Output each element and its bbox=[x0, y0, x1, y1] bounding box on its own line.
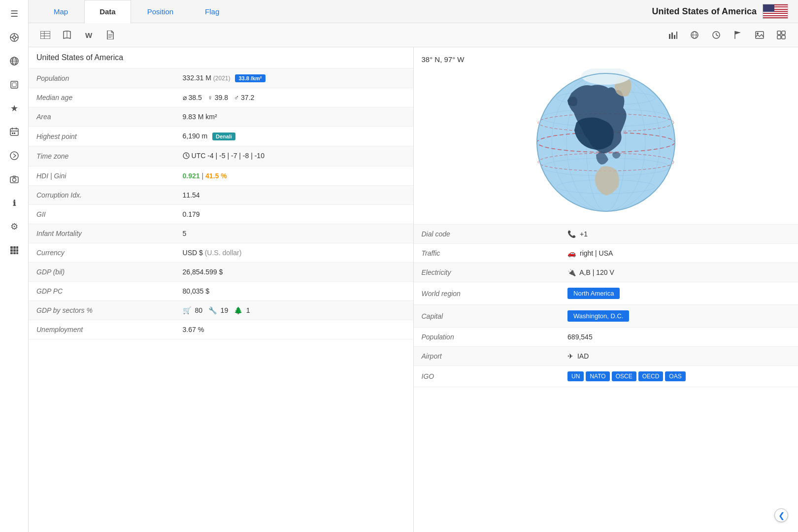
toolbar-right bbox=[664, 27, 790, 43]
cube-icon[interactable] bbox=[5, 76, 23, 94]
label-capital-population: Population bbox=[414, 328, 560, 347]
gini-value: 41.5 % bbox=[205, 172, 227, 180]
table-row: GDP by sectors % 🛒 80 🔧 19 🌲 1 bbox=[29, 301, 413, 320]
label-area: Area bbox=[29, 107, 175, 127]
svg-rect-55 bbox=[777, 35, 781, 39]
svg-point-1 bbox=[13, 36, 16, 39]
igo-oas[interactable]: OAS bbox=[665, 371, 685, 381]
value-hdi-gini: 0.921 | 41.5 % bbox=[175, 166, 413, 186]
table-row: GDP PC 80,035 $ bbox=[29, 282, 413, 301]
camera-icon[interactable] bbox=[5, 170, 23, 188]
hdi-value: 0.921 bbox=[183, 172, 200, 180]
value-currency: USD $ (U.S. dollar) bbox=[175, 243, 413, 263]
label-world-region: World region bbox=[414, 282, 560, 305]
grid-toolbar-btn[interactable] bbox=[772, 27, 790, 43]
country-title: United States of America bbox=[652, 6, 757, 17]
tab-map[interactable]: Map bbox=[38, 0, 83, 23]
chart-toolbar-btn[interactable] bbox=[664, 27, 682, 43]
document-toolbar-btn[interactable] bbox=[101, 27, 119, 43]
igo-osce[interactable]: OSCE bbox=[612, 371, 636, 381]
table-row: Highest point 6,190 m Denali bbox=[29, 127, 413, 146]
value-world-region: North America bbox=[560, 282, 798, 305]
globe-sidebar-icon[interactable] bbox=[5, 52, 23, 70]
label-gii: GII bbox=[29, 205, 175, 224]
svg-rect-13 bbox=[10, 129, 18, 135]
value-median-age: ⌀ 38.5 ♀ 39.8 ♂ 37.2 bbox=[175, 88, 413, 107]
settings-icon[interactable]: ⚙ bbox=[5, 218, 23, 235]
svg-rect-31 bbox=[16, 252, 18, 254]
table-row: Unemployment 3.67 % bbox=[29, 320, 413, 339]
svg-rect-24 bbox=[13, 246, 16, 249]
label-electricity: Electricity bbox=[414, 263, 560, 282]
arrow-circle-icon[interactable] bbox=[5, 147, 23, 165]
tab-flag[interactable]: Flag bbox=[190, 0, 234, 23]
label-infant-mortality: Infant Mortality bbox=[29, 224, 175, 243]
svg-rect-41 bbox=[671, 33, 673, 39]
table-row: Dial code 📞 +1 bbox=[414, 225, 798, 244]
value-infant-mortality: 5 bbox=[175, 224, 413, 243]
calendar-icon[interactable] bbox=[5, 123, 23, 141]
denali-badge[interactable]: Denali bbox=[212, 133, 235, 140]
value-population: 332.31 M (2021) 33.8 /km² bbox=[175, 68, 413, 88]
left-data-table: Population 332.31 M (2021) 33.8 /km² Med… bbox=[29, 68, 413, 339]
value-area: 9.83 M km² bbox=[175, 107, 413, 127]
apps-grid-icon[interactable] bbox=[5, 241, 23, 259]
svg-line-59 bbox=[186, 156, 188, 157]
wikipedia-toolbar-btn[interactable]: W bbox=[80, 27, 98, 43]
svg-rect-25 bbox=[16, 246, 18, 249]
igo-nato[interactable]: NATO bbox=[586, 371, 609, 381]
right-data-table: Dial code 📞 +1 Traffic 🚗 right | USA bbox=[414, 225, 798, 387]
svg-rect-12 bbox=[12, 83, 16, 87]
label-hdi-gini: HDI | Gini bbox=[29, 166, 175, 186]
value-gdp-pc: 80,035 $ bbox=[175, 282, 413, 301]
north-america-button[interactable]: North America bbox=[567, 288, 620, 299]
globe-section: 38° N, 97° W bbox=[414, 47, 798, 225]
image-toolbar-btn[interactable] bbox=[751, 27, 768, 43]
toolbar: W bbox=[29, 23, 798, 47]
list-icon[interactable]: ☰ bbox=[5, 5, 23, 23]
igo-un[interactable]: UN bbox=[567, 371, 584, 381]
star-icon[interactable]: ★ bbox=[5, 100, 23, 117]
label-airport: Airport bbox=[414, 347, 560, 366]
label-igo: IGO bbox=[414, 366, 560, 387]
country-name: United States of America bbox=[29, 47, 413, 68]
value-gdp-sectors: 🛒 80 🔧 19 🌲 1 bbox=[175, 301, 413, 320]
globe-toolbar-btn[interactable] bbox=[686, 27, 703, 43]
value-capital: Washington, D.C. bbox=[560, 305, 798, 328]
svg-rect-42 bbox=[674, 35, 675, 39]
label-timezone: Time zone bbox=[29, 146, 175, 166]
tab-position[interactable]: Position bbox=[132, 0, 189, 23]
table-row: Area 9.83 M km² bbox=[29, 107, 413, 127]
value-gdp-bil: 26,854.599 $ bbox=[175, 263, 413, 282]
svg-point-52 bbox=[757, 33, 759, 34]
info-icon[interactable]: ℹ bbox=[5, 194, 23, 212]
tabs-bar: Map Data Position Flag United States of … bbox=[29, 0, 798, 23]
table-row: GII 0.179 bbox=[29, 205, 413, 224]
clock-toolbar-btn[interactable] bbox=[707, 27, 725, 43]
igo-oecd[interactable]: OECD bbox=[638, 371, 664, 381]
value-igo: UN NATO OSCE OECD OAS bbox=[560, 366, 798, 387]
value-traffic: 🚗 right | USA bbox=[560, 244, 798, 263]
label-corruption: Corruption Idx. bbox=[29, 186, 175, 205]
label-unemployment: Unemployment bbox=[29, 320, 175, 339]
svg-rect-54 bbox=[782, 31, 785, 34]
value-airport: ✈ IAD bbox=[560, 347, 798, 366]
svg-rect-32 bbox=[40, 31, 50, 39]
value-electricity: 🔌 A,B | 120 V bbox=[560, 263, 798, 282]
table-toolbar-btn[interactable] bbox=[36, 27, 54, 43]
value-corruption: 11.54 bbox=[175, 186, 413, 205]
tab-data[interactable]: Data bbox=[84, 0, 131, 23]
svg-rect-40 bbox=[669, 34, 670, 39]
table-row: Currency USD $ (U.S. dollar) bbox=[29, 243, 413, 263]
svg-rect-11 bbox=[11, 81, 18, 88]
value-unemployment: 3.67 % bbox=[175, 320, 413, 339]
flag-toolbar-btn[interactable] bbox=[729, 27, 747, 43]
svg-rect-53 bbox=[777, 31, 781, 34]
value-dial-code: 📞 +1 bbox=[560, 225, 798, 244]
collapse-button[interactable]: ❮ bbox=[774, 508, 788, 522]
svg-rect-30 bbox=[13, 252, 16, 254]
book-toolbar-btn[interactable] bbox=[58, 27, 76, 43]
capital-button[interactable]: Washington, D.C. bbox=[567, 310, 629, 322]
gamepad-icon[interactable] bbox=[5, 29, 23, 46]
svg-rect-28 bbox=[16, 249, 18, 252]
